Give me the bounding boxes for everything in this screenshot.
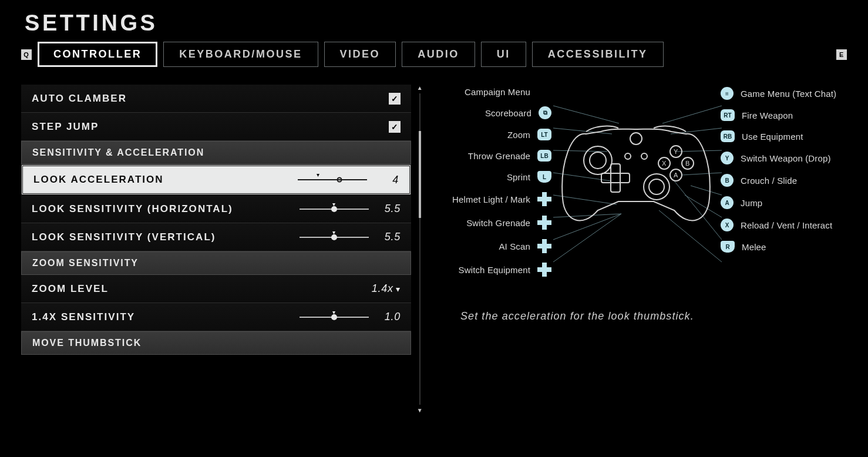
scroll-down-icon[interactable]: ▼	[417, 407, 423, 414]
binding-label: Switch Grenade	[466, 218, 530, 228]
binding-label: Throw Grenade	[468, 151, 530, 161]
auto-clamber-label: AUTO CLAMBER	[32, 93, 127, 105]
binding-left-8: Switch Equipment	[459, 263, 551, 277]
bumper-icon: LB	[537, 150, 551, 162]
button-icon: B	[721, 174, 734, 187]
binding-left-3: Throw GrenadeLB	[468, 150, 551, 162]
button-icon: ≡	[721, 87, 734, 100]
zoom-level-row[interactable]: ZOOM LEVEL 1.4x	[21, 275, 411, 303]
binding-right-4: Crouch / SlideB	[721, 174, 797, 187]
checkbox-icon[interactable]: ✓	[389, 121, 401, 133]
binding-left-6: Switch Grenade	[466, 216, 551, 230]
look-accel-value: 4	[378, 174, 399, 186]
binding-left-4: SprintL	[507, 171, 551, 183]
binding-right-7: MeleeR	[721, 241, 766, 253]
binding-label: Sprint	[507, 172, 530, 182]
auto-clamber-row[interactable]: AUTO CLAMBER ✓	[21, 85, 411, 113]
controller-diagram-panel: Y B A X Campai	[425, 85, 847, 414]
page-title: SETTINGS	[25, 11, 847, 36]
look-sens-v-row[interactable]: LOOK SENSITIVITY (VERTICAL) ▾ 5.5	[21, 223, 411, 251]
dpad-icon	[537, 239, 551, 253]
button-icon: A	[721, 196, 734, 209]
binding-right-6: Reload / Vent / InteractX	[721, 219, 832, 231]
svg-point-32	[641, 153, 647, 159]
settings-list: AUTO CLAMBER ✓ STEP JUMP ✓ SENSITIVITY &…	[21, 85, 411, 414]
binding-label: Jump	[741, 198, 762, 208]
prev-tab-key: Q	[21, 49, 32, 60]
look-acceleration-row[interactable]: LOOK ACCELERATION ▾ 4	[21, 164, 411, 195]
zoom-level-value[interactable]: 1.4x	[372, 283, 401, 295]
step-jump-label: STEP JUMP	[32, 121, 99, 133]
binding-right-5: JumpA	[721, 196, 762, 209]
binding-right-3: Switch Weapon (Drop)Y	[721, 152, 831, 164]
binding-label: Switch Equipment	[459, 265, 530, 275]
binding-label: Use Equipment	[742, 132, 803, 142]
binding-right-1: Fire WeaponRT	[721, 109, 793, 121]
button-icon: X	[721, 219, 734, 231]
zoom-sens-row[interactable]: 1.4X SENSITIVITY ▾ 1.0	[21, 303, 411, 331]
binding-left-7: AI Scan	[499, 239, 551, 253]
zoom-sens-slider[interactable]: ▾	[300, 311, 369, 323]
scroll-up-icon[interactable]: ▲	[417, 85, 423, 91]
binding-label: Game Menu (Text Chat)	[741, 89, 836, 99]
dpad-icon	[537, 192, 551, 206]
binding-left-5: Helmet Light / Mark	[452, 192, 551, 206]
controller-outline-icon: Y B A X	[554, 110, 718, 234]
binding-label: Zoom	[507, 130, 530, 140]
section-header-move: MOVE THUMBSTICK	[21, 331, 411, 355]
binding-label: Reload / Vent / Interact	[741, 220, 832, 230]
svg-point-31	[625, 153, 631, 159]
svg-text:A: A	[674, 172, 678, 179]
svg-point-18	[644, 174, 669, 200]
tabs-row: Q CONTROLLERKEYBOARD/MOUSEVIDEOAUDIOUIAC…	[21, 42, 847, 67]
section-header-zoom: ZOOM SENSITIVITY	[21, 251, 411, 275]
button-icon: ⧉	[539, 106, 551, 119]
svg-point-19	[649, 179, 664, 194]
binding-left-2: ZoomLT	[507, 129, 551, 140]
svg-point-16	[584, 146, 612, 174]
svg-text:X: X	[662, 160, 667, 167]
tab-keyboard-mouse[interactable]: KEYBOARD/MOUSE	[163, 42, 318, 67]
binding-label: Helmet Light / Mark	[452, 194, 530, 204]
look-sens-v-slider[interactable]: ▾	[300, 231, 369, 243]
look-accel-label: LOOK ACCELERATION	[33, 174, 164, 186]
look-accel-slider[interactable]: ▾	[298, 174, 367, 186]
tab-video[interactable]: VIDEO	[324, 42, 396, 67]
checkbox-icon[interactable]: ✓	[389, 93, 401, 105]
dpad-icon	[537, 216, 551, 230]
bumper-icon: RB	[721, 130, 735, 142]
binding-label: Fire Weapon	[742, 110, 793, 120]
binding-label: Scoreboard	[485, 108, 531, 118]
stick-icon: L	[537, 171, 551, 183]
svg-rect-29	[601, 173, 630, 183]
look-sens-h-row[interactable]: LOOK SENSITIVITY (HORIZONTAL) ▾ 5.5	[21, 195, 411, 223]
svg-point-30	[630, 133, 642, 145]
tab-audio[interactable]: AUDIO	[402, 42, 475, 67]
tab-ui[interactable]: UI	[481, 42, 526, 67]
binding-label: Switch Weapon (Drop)	[741, 153, 831, 163]
binding-label: Crouch / Slide	[741, 176, 797, 186]
binding-label: Campaign Menu	[465, 87, 530, 97]
binding-label: Melee	[742, 242, 766, 252]
binding-left-0: Campaign Menu	[465, 87, 551, 97]
svg-point-17	[590, 152, 606, 169]
svg-text:Y: Y	[674, 148, 678, 155]
binding-right-2: Use EquipmentRB	[721, 130, 803, 142]
look-sens-h-slider[interactable]: ▾	[300, 203, 369, 215]
svg-text:B: B	[685, 160, 690, 167]
next-tab-key: E	[836, 49, 847, 60]
binding-label: AI Scan	[499, 241, 530, 251]
tab-controller[interactable]: CONTROLLER	[38, 42, 157, 67]
dpad-icon	[537, 263, 551, 277]
section-header-sensitivity: SENSITIVITY & ACCELERATION	[21, 141, 411, 164]
svg-rect-28	[611, 164, 620, 192]
tab-accessibility[interactable]: ACCESSIBILITY	[532, 42, 664, 67]
setting-description: Set the acceleration for the look thumbs…	[460, 310, 847, 322]
bumper-icon: RT	[721, 109, 735, 121]
binding-left-1: Scoreboard⧉	[485, 106, 551, 119]
step-jump-row[interactable]: STEP JUMP ✓	[21, 113, 411, 141]
bumper-icon: LT	[537, 129, 551, 140]
stick-icon: R	[721, 241, 735, 253]
scrollbar[interactable]: ▲ ▼	[418, 85, 422, 414]
button-icon: Y	[721, 152, 734, 164]
